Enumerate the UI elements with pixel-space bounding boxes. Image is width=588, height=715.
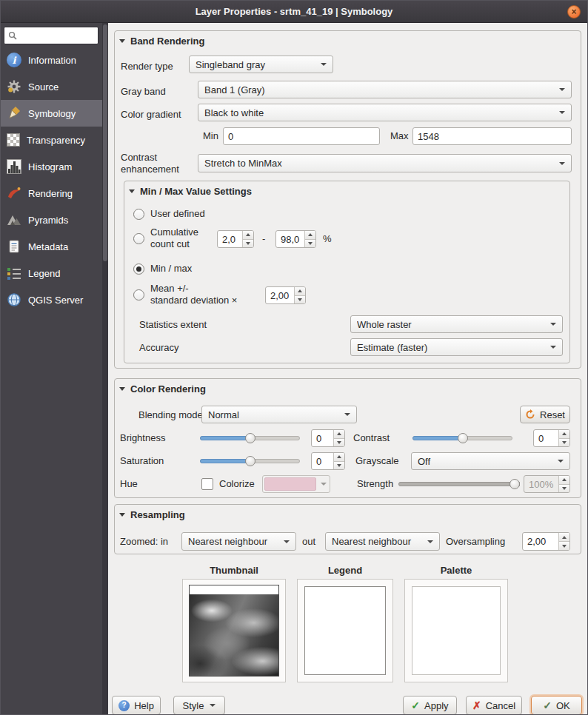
cancel-button[interactable]: Cancel	[466, 696, 522, 715]
min-max-radio[interactable]	[133, 263, 144, 275]
mean-std-label: Mean +/- standard deviation ×	[150, 283, 237, 306]
mean-std-radio-row[interactable]: Mean +/- standard deviation ×	[133, 282, 237, 307]
max-value: 1548	[418, 131, 439, 142]
layer-properties-dialog: Layer Properties - srtm_41_19 | Symbolog…	[0, 0, 588, 715]
minmax-settings-header[interactable]: Min / Max Value Settings	[129, 186, 252, 197]
accuracy-combo[interactable]: Estimate (faster)	[350, 338, 563, 356]
symbology-icon	[7, 106, 21, 121]
mean-std-spinbox[interactable]: 2,00	[265, 286, 306, 304]
cumulative-label-line1: Cumulative	[150, 226, 198, 238]
sidebar-item-qgis-server[interactable]: QGIS Server	[1, 286, 102, 313]
oversampling-spinbox[interactable]: 2,00	[522, 532, 570, 551]
statistics-extent-value: Whole raster	[357, 319, 546, 330]
spinner-buttons[interactable]	[304, 231, 315, 247]
minmax-radio-row[interactable]: Min / max	[133, 263, 192, 275]
titlebar[interactable]: Layer Properties - srtm_41_19 | Symbolog…	[1, 1, 587, 23]
style-button[interactable]: Style	[173, 696, 225, 715]
sidebar-item-histogram[interactable]: Histogram	[1, 153, 102, 180]
min-input[interactable]: 0	[223, 127, 380, 145]
spinner-buttons[interactable]	[294, 287, 305, 303]
zoomed-in-combo[interactable]: Nearest neighbour	[181, 532, 296, 551]
scrollbar-thumb[interactable]	[103, 24, 107, 261]
slider-handle[interactable]	[458, 433, 468, 443]
cumulative-low-spinbox[interactable]: 2,0	[217, 230, 254, 248]
zoomed-out-combo[interactable]: Nearest neighbour	[325, 532, 440, 551]
spinner-buttons[interactable]	[333, 453, 344, 469]
contrast-label: Contrast	[353, 432, 390, 444]
spinner-buttons[interactable]	[242, 231, 253, 247]
colorize-checkbox-row[interactable]: Colorize	[201, 478, 255, 490]
zoomed-out-label: out	[302, 536, 315, 548]
contrast-spinbox[interactable]: 0	[533, 429, 570, 447]
cumulative-radio-row[interactable]: Cumulative count cut	[133, 226, 198, 251]
spin-up-icon	[337, 455, 341, 458]
chevron-down-icon	[321, 483, 327, 486]
statistics-extent-label: Statistics extent	[139, 319, 207, 331]
user-defined-radio[interactable]	[133, 209, 144, 220]
contrast-enhancement-combo[interactable]: Stretch to MinMax	[198, 154, 572, 172]
render-type-combo[interactable]: Singleband gray	[189, 56, 333, 73]
resampling-header[interactable]: Resampling	[119, 509, 185, 520]
apply-check-icon	[411, 700, 420, 711]
sidebar-item-symbology[interactable]: Symbology	[1, 100, 102, 127]
saturation-spinbox[interactable]: 0	[311, 452, 345, 470]
sidebar-item-rendering[interactable]: Rendering	[1, 180, 102, 207]
color-gradient-combo[interactable]: Black to white	[198, 104, 572, 121]
window-title: Layer Properties - srtm_41_19 | Symbolog…	[196, 6, 393, 17]
colorize-checkbox[interactable]	[201, 478, 213, 490]
sidebar-item-source[interactable]: Source	[1, 73, 102, 100]
cancel-label: Cancel	[486, 700, 515, 711]
statistics-extent-combo[interactable]: Whole raster	[350, 315, 563, 333]
ok-button[interactable]: OK	[531, 696, 582, 715]
sidebar-item-label: Rendering	[28, 188, 73, 199]
slider-handle[interactable]	[510, 479, 520, 489]
close-button[interactable]: ×	[567, 5, 581, 19]
apply-button[interactable]: Apply	[403, 696, 457, 715]
saturation-slider[interactable]	[200, 452, 300, 470]
palette-preview	[404, 579, 508, 682]
blending-mode-combo[interactable]: Normal	[201, 406, 357, 423]
qgis-server-icon	[7, 292, 21, 307]
legend-box	[304, 586, 386, 675]
spin-down-icon	[337, 464, 341, 467]
user-defined-radio-row[interactable]: User defined	[133, 208, 205, 220]
max-input[interactable]: 1548	[412, 127, 572, 145]
reset-button[interactable]: Reset	[520, 406, 570, 423]
spinner-buttons[interactable]	[333, 430, 344, 446]
cumulative-high-spinbox[interactable]: 98,0	[275, 230, 316, 248]
brightness-spinbox[interactable]: 0	[311, 429, 345, 447]
min-label: Min	[203, 130, 218, 142]
spinner-buttons[interactable]	[558, 430, 569, 446]
sidebar-item-legend[interactable]: Legend	[1, 260, 102, 286]
cumulative-count-cut-radio[interactable]	[133, 233, 144, 244]
strength-spinbox[interactable]: 100%	[524, 475, 570, 493]
slider-handle[interactable]	[245, 456, 255, 466]
strength-value: 100%	[524, 476, 558, 492]
contrast-slider[interactable]	[412, 429, 512, 447]
gray-band-combo[interactable]: Band 1 (Gray)	[198, 81, 572, 98]
sidebar-item-information[interactable]: Information	[1, 47, 102, 73]
mean-std-radio[interactable]	[133, 289, 144, 301]
sidebar-item-pyramids[interactable]: Pyramids	[1, 207, 102, 233]
spinner-buttons[interactable]	[558, 533, 569, 550]
sidebar-search[interactable]	[4, 27, 98, 44]
search-input[interactable]	[20, 30, 93, 41]
sidebar-item-transparency[interactable]: Transparency	[1, 127, 102, 153]
help-button[interactable]: Help	[112, 696, 161, 715]
spin-up-icon	[246, 233, 250, 236]
thumbnail-image	[189, 585, 279, 677]
sidebar-item-metadata[interactable]: Metadata	[1, 233, 102, 260]
group-title: Resampling	[130, 509, 185, 520]
slider-handle[interactable]	[245, 433, 255, 443]
chevron-down-icon	[321, 63, 327, 66]
sidebar-scrollbar[interactable]	[102, 23, 108, 715]
grayscale-combo[interactable]: Off	[411, 452, 570, 470]
colorize-color-button[interactable]	[262, 475, 330, 493]
spinner-buttons[interactable]	[558, 476, 569, 492]
brightness-slider[interactable]	[200, 429, 300, 447]
contrast-enhancement-label-line2: enhancement	[121, 164, 179, 175]
mean-std-label-line2: standard deviation ×	[150, 295, 237, 306]
band-rendering-header[interactable]: Band Rendering	[119, 36, 204, 47]
strength-slider[interactable]	[398, 475, 520, 493]
color-rendering-header[interactable]: Color Rendering	[119, 383, 206, 395]
